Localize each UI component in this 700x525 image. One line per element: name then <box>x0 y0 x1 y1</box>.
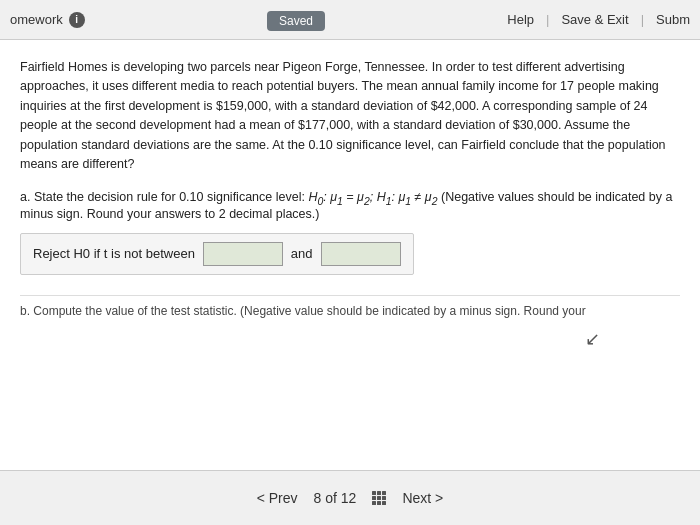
page-info: 8 of 12 <box>314 490 357 506</box>
reject-input-upper[interactable] <box>321 242 401 266</box>
top-bar: omework i Saved Help | Save & Exit | Sub… <box>0 0 700 40</box>
question-b-text: b. Compute the value of the test statist… <box>20 304 586 318</box>
saved-badge: Saved <box>267 11 325 31</box>
question-a-section: a. State the decision rule for 0.10 sign… <box>20 190 680 275</box>
info-icon[interactable]: i <box>69 12 85 28</box>
question-a-letter: a. <box>20 190 34 204</box>
problem-text: Fairfield Homes is developing two parcel… <box>20 58 680 174</box>
prev-button[interactable]: < Prev <box>257 490 298 506</box>
app-label: omework <box>10 12 63 27</box>
submit-link[interactable]: Subm <box>656 12 690 27</box>
main-content: Fairfield Homes is developing two parcel… <box>0 40 700 470</box>
top-bar-right: Help | Save & Exit | Subm <box>507 12 690 27</box>
save-exit-link[interactable]: Save & Exit <box>561 12 628 27</box>
and-label: and <box>291 246 313 261</box>
reject-input-lower[interactable] <box>203 242 283 266</box>
bottom-nav: < Prev 8 of 12 Next > <box>0 470 700 525</box>
cursor-indicator: ↙ <box>585 328 600 350</box>
help-link[interactable]: Help <box>507 12 534 27</box>
separator: | <box>546 12 549 27</box>
next-button[interactable]: Next > <box>402 490 443 506</box>
separator2: | <box>641 12 644 27</box>
question-a-label: a. State the decision rule for 0.10 sign… <box>20 190 680 221</box>
question-b-section: b. Compute the value of the test statist… <box>20 295 680 318</box>
grid-icon[interactable] <box>372 491 386 505</box>
reject-label: Reject H0 if t is not between <box>33 246 195 261</box>
saved-badge-container: Saved <box>267 11 325 29</box>
top-bar-left: omework i <box>10 12 85 28</box>
reject-rule-container: Reject H0 if t is not between and <box>20 233 414 275</box>
question-a-instruction: State the decision rule for 0.10 signifi… <box>20 190 672 221</box>
